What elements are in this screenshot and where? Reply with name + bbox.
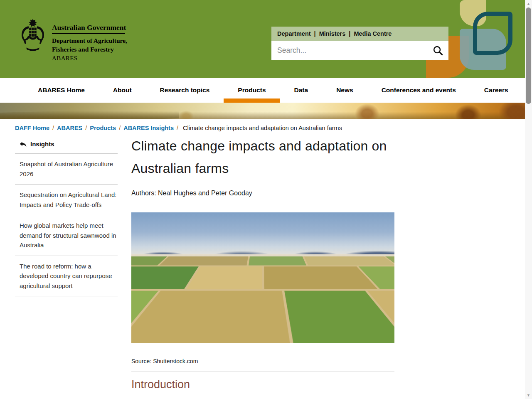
breadcrumb-separator: / bbox=[119, 125, 121, 131]
sidebar: Insights Snapshot of Australian Agricult… bbox=[15, 134, 118, 296]
sidebar-back-link[interactable]: Insights bbox=[15, 134, 118, 154]
article-authors: Authors: Neal Hughes and Peter Gooday bbox=[131, 190, 394, 197]
nav-item[interactable]: Research topics bbox=[146, 78, 224, 103]
breadcrumb-link[interactable]: ABARES Insights bbox=[123, 125, 174, 131]
department-name-line2: Fisheries and Forestry bbox=[52, 45, 127, 54]
breadcrumb-current: Climate change impacts and adaptation on… bbox=[183, 125, 342, 131]
sidebar-item[interactable]: How global markets help meet demand for … bbox=[15, 215, 118, 256]
scrollbar-down-arrow[interactable]: ▼ bbox=[525, 392, 532, 398]
page: Australian Government Department of Agri… bbox=[0, 0, 532, 399]
crest-divider bbox=[52, 33, 125, 34]
search-icon bbox=[432, 45, 443, 56]
nav-item[interactable]: News bbox=[322, 78, 367, 103]
quick-link[interactable]: Department bbox=[277, 30, 311, 37]
photo-fields bbox=[131, 256, 394, 343]
nav-item[interactable]: About bbox=[99, 78, 146, 103]
page-scrollbar[interactable]: ▲ ▼ bbox=[525, 0, 532, 399]
quick-link-item: Department| bbox=[277, 30, 319, 37]
site-header: Australian Government Department of Agri… bbox=[0, 0, 532, 78]
quick-link[interactable]: Ministers bbox=[319, 30, 346, 37]
coat-of-arms-icon bbox=[16, 18, 50, 52]
nav-item[interactable]: Conferences and events bbox=[367, 78, 470, 103]
main-navigation: ABARES Home About Research topics Produc… bbox=[0, 78, 532, 103]
sidebar-item[interactable]: The road to reform: how a developed coun… bbox=[15, 256, 118, 297]
sidebar-item[interactable]: Snapshot of Australian Agriculture 2026 bbox=[15, 154, 118, 185]
breadcrumb-link[interactable]: DAFF Home bbox=[15, 125, 49, 131]
breadcrumb-separator: / bbox=[177, 125, 178, 131]
leaf-decoration-teal-outline bbox=[473, 12, 512, 55]
content-divider bbox=[131, 372, 394, 372]
sunset-landscape-banner bbox=[0, 103, 532, 119]
breadcrumb-separator: / bbox=[52, 125, 54, 131]
quick-link-separator: | bbox=[314, 30, 316, 37]
sidebar-list: Snapshot of Australian Agriculture 2026S… bbox=[15, 154, 118, 296]
scrollbar-up-arrow[interactable]: ▲ bbox=[525, 1, 532, 7]
reply-arrow-icon bbox=[20, 141, 27, 147]
government-title: Australian Government bbox=[52, 24, 127, 32]
search-input[interactable] bbox=[271, 46, 432, 55]
breadcrumb-item: ABARES Insights/ bbox=[123, 125, 181, 131]
search-button[interactable] bbox=[432, 45, 448, 56]
sidebar-item[interactable]: Sequestration on Agricultural Land: Impa… bbox=[15, 185, 118, 215]
breadcrumb-link[interactable]: Products bbox=[90, 125, 116, 131]
section-heading-introduction: Introduction bbox=[131, 378, 394, 391]
sidebar-title: Insights bbox=[30, 140, 54, 148]
quick-link-separator: | bbox=[349, 30, 350, 37]
breadcrumb-links: DAFF Home/ABARES/Products/ABARES Insight… bbox=[15, 125, 183, 131]
nav-item[interactable]: Products bbox=[224, 78, 280, 103]
department-name-line1: Department of Agriculture, bbox=[52, 36, 127, 45]
image-source-caption: Source: Shutterstock.com bbox=[131, 358, 394, 365]
breadcrumb: DAFF Home/ABARES/Products/ABARES Insight… bbox=[15, 125, 510, 131]
quick-link-item: Ministers| bbox=[319, 30, 354, 37]
article-main: Climate change impacts and adaptation on… bbox=[131, 134, 394, 391]
aerial-farmland-photo bbox=[131, 212, 394, 343]
quick-link[interactable]: Media Centre bbox=[354, 30, 392, 37]
page-title: Climate change impacts and adaptation on… bbox=[131, 135, 394, 180]
scrollbar-thumb[interactable] bbox=[526, 7, 531, 104]
quick-links-bar: Department| Ministers| Media Centre bbox=[271, 27, 448, 41]
australian-government-crest[interactable]: Australian Government Department of Agri… bbox=[16, 18, 127, 62]
search-box bbox=[271, 41, 448, 60]
nav-item[interactable]: Careers bbox=[470, 78, 522, 103]
breadcrumb-separator: / bbox=[85, 125, 87, 131]
agency-name: ABARES bbox=[52, 55, 127, 62]
nav-item[interactable]: ABARES Home bbox=[24, 78, 99, 103]
quick-link-item: Media Centre bbox=[354, 30, 392, 37]
breadcrumb-item: ABARES/ bbox=[57, 125, 90, 131]
crest-text-block: Australian Government Department of Agri… bbox=[52, 24, 127, 62]
breadcrumb-item: Products/ bbox=[90, 125, 123, 131]
breadcrumb-item: DAFF Home/ bbox=[15, 125, 57, 131]
breadcrumb-link[interactable]: ABARES bbox=[57, 125, 82, 131]
nav-item[interactable]: Data bbox=[280, 78, 323, 103]
